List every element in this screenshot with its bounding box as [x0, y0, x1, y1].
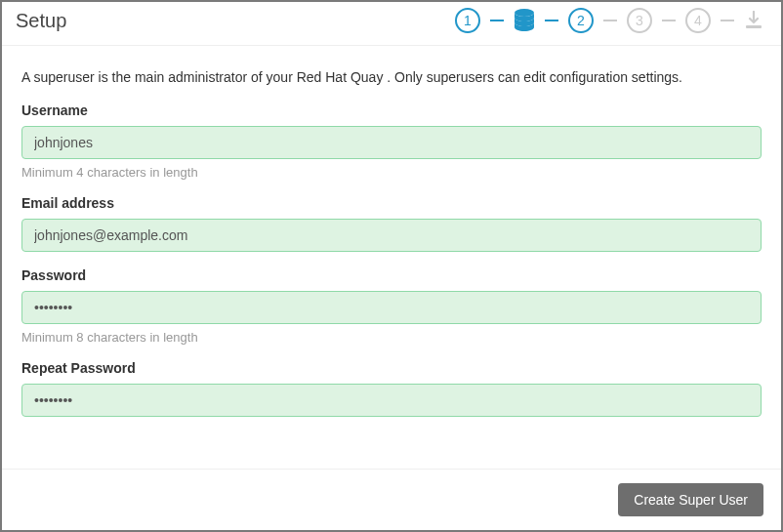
- repeat-password-input[interactable]: [21, 384, 762, 417]
- username-hint: Minimum 4 characters in length: [21, 165, 762, 180]
- username-input[interactable]: [21, 126, 762, 159]
- create-superuser-button[interactable]: Create Super User: [618, 483, 763, 516]
- svg-point-0: [515, 9, 534, 17]
- step-3: 3: [627, 8, 652, 33]
- dialog-footer: Create Super User: [2, 469, 781, 530]
- dialog-header: Setup 1 2 3 4: [2, 2, 781, 46]
- step-4: 4: [685, 8, 711, 33]
- field-password: Password Minimum 8 characters in length: [21, 267, 762, 345]
- intro-text: A superuser is the main administrator of…: [21, 69, 762, 85]
- field-email: Email address: [21, 195, 762, 252]
- step-dash: [490, 20, 504, 21]
- username-label: Username: [21, 102, 762, 118]
- field-username: Username Minimum 4 characters in length: [21, 102, 762, 180]
- field-repeat-password: Repeat Password: [21, 360, 762, 417]
- password-hint: Minimum 8 characters in length: [21, 330, 762, 345]
- email-label: Email address: [21, 195, 762, 211]
- svg-rect-1: [746, 25, 762, 28]
- step-indicator: 1 2 3 4: [455, 8, 763, 33]
- dialog-title: Setup: [16, 10, 66, 32]
- step-dash: [603, 20, 617, 21]
- password-input[interactable]: [21, 291, 762, 324]
- database-icon: [514, 9, 535, 32]
- setup-dialog: Setup 1 2 3 4: [0, 0, 783, 532]
- step-dash: [545, 20, 558, 21]
- download-icon: [744, 11, 763, 30]
- step-dash: [662, 20, 676, 21]
- repeat-password-label: Repeat Password: [21, 360, 762, 376]
- step-1: 1: [455, 8, 480, 33]
- password-label: Password: [21, 267, 762, 283]
- dialog-body: A superuser is the main administrator of…: [2, 46, 781, 469]
- email-input[interactable]: [21, 219, 762, 252]
- step-2: 2: [568, 8, 594, 33]
- step-dash: [721, 20, 734, 21]
